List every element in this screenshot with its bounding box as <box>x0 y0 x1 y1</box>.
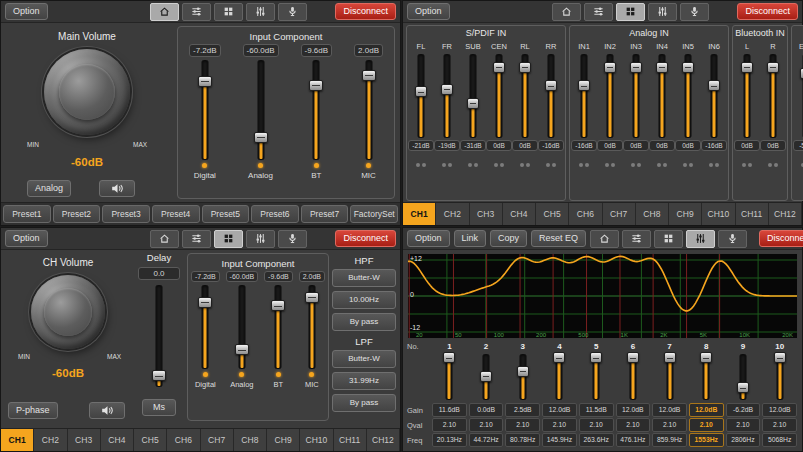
band-8-number[interactable]: 8 <box>688 342 725 351</box>
nav-mixer-button[interactable] <box>182 230 211 248</box>
in4-level-slider[interactable] <box>655 54 669 138</box>
band-3-qval[interactable]: 2.10 <box>505 418 540 432</box>
delay-unit-button[interactable]: Ms <box>142 399 176 416</box>
band-5-number[interactable]: 5 <box>578 342 615 351</box>
mic-gain-slider[interactable] <box>304 285 320 369</box>
tab-ch4[interactable]: CH4 <box>503 203 536 225</box>
band-2-gain[interactable]: 0.0dB <box>469 403 504 417</box>
rr-level-slider[interactable] <box>544 54 558 138</box>
band-9-number[interactable]: 9 <box>725 342 762 351</box>
tab-ch12[interactable]: CH12 <box>769 203 802 225</box>
bt-gain-slider[interactable] <box>270 285 286 369</box>
nav-mic-button[interactable] <box>278 230 307 248</box>
reset-eq-button[interactable]: Reset EQ <box>531 230 586 247</box>
eq-curve-graph[interactable]: +12 0 -12 20501002005001K2K5K10K20K <box>407 253 798 339</box>
analog-gain-slider[interactable] <box>253 60 269 160</box>
delay-slider[interactable] <box>151 285 167 387</box>
link-button[interactable]: Link <box>454 230 487 247</box>
tab-ch6[interactable]: CH6 <box>569 203 602 225</box>
band-5-gain-slider[interactable] <box>589 354 603 400</box>
lpf-type-button[interactable]: Butter-W <box>332 350 396 368</box>
band-7-gain-slider[interactable] <box>663 354 677 400</box>
band-10-qval[interactable]: 2.10 <box>762 418 797 432</box>
band-6-qval[interactable]: 2.10 <box>616 418 651 432</box>
tab-ch4[interactable]: CH4 <box>101 429 134 451</box>
band-3-freq[interactable]: 80.78Hz <box>505 433 540 447</box>
band-2-freq[interactable]: 44.72Hz <box>469 433 504 447</box>
preset-6-button[interactable]: Preset6 <box>251 205 299 223</box>
in6-level-slider[interactable] <box>707 54 721 138</box>
band-5-qval[interactable]: 2.10 <box>579 418 614 432</box>
band-4-qval[interactable]: 2.10 <box>542 418 577 432</box>
band-1-number[interactable]: 1 <box>431 342 468 351</box>
lpf-bypass-button[interactable]: By pass <box>332 394 396 412</box>
band-8-gain-slider[interactable] <box>699 354 713 400</box>
nav-mixer-button[interactable] <box>584 3 613 21</box>
main-volume-knob[interactable] <box>44 49 130 135</box>
nav-home-button[interactable] <box>150 3 179 21</box>
tab-ch10[interactable]: CH10 <box>300 429 333 451</box>
option-button[interactable]: Option <box>5 3 48 20</box>
rl-level-slider[interactable] <box>518 54 532 138</box>
band-5-gain[interactable]: 11.5dB <box>579 403 614 417</box>
nav-channels-button[interactable] <box>214 230 243 248</box>
fr-level-slider[interactable] <box>440 54 454 138</box>
band-10-number[interactable]: 10 <box>761 342 798 351</box>
band-8-qval[interactable]: 2.10 <box>689 418 724 432</box>
tab-ch5[interactable]: CH5 <box>536 203 569 225</box>
band-3-gain-slider[interactable] <box>516 354 530 400</box>
phase-button[interactable]: P-phase <box>8 402 58 419</box>
band-9-freq[interactable]: 2806Hz <box>726 433 761 447</box>
mute-button[interactable] <box>89 402 125 419</box>
tab-ch12[interactable]: CH12 <box>367 429 400 451</box>
tab-ch9[interactable]: CH9 <box>669 203 702 225</box>
tab-ch9[interactable]: CH9 <box>267 429 300 451</box>
band-10-gain[interactable]: 12.0dB <box>762 403 797 417</box>
nav-mixer-button[interactable] <box>622 230 651 248</box>
nav-channels-button[interactable] <box>654 230 683 248</box>
tab-ch11[interactable]: CH11 <box>736 203 769 225</box>
tab-ch3[interactable]: CH3 <box>470 203 503 225</box>
band-6-number[interactable]: 6 <box>615 342 652 351</box>
in5-level-slider[interactable] <box>681 54 695 138</box>
disconnect-button[interactable]: Disconnect <box>335 3 396 20</box>
nav-faders-button[interactable] <box>246 230 275 248</box>
band-1-gain-slider[interactable] <box>442 354 456 400</box>
factory-set-button[interactable]: FactorySet <box>350 205 398 223</box>
preset-4-button[interactable]: Preset4 <box>152 205 200 223</box>
band-7-freq[interactable]: 859.9Hz <box>652 433 687 447</box>
band-5-freq[interactable]: 263.6Hz <box>579 433 614 447</box>
band-3-gain[interactable]: 2.5dB <box>505 403 540 417</box>
fl-level-slider[interactable] <box>414 54 428 138</box>
copy-button[interactable]: Copy <box>490 230 527 247</box>
band-7-qval[interactable]: 2.10 <box>652 418 687 432</box>
nav-faders-button[interactable] <box>686 230 715 248</box>
nav-mic-button[interactable] <box>278 3 307 21</box>
band-4-gain[interactable]: 12.0dB <box>542 403 577 417</box>
band-2-qval[interactable]: 2.10 <box>469 418 504 432</box>
band-10-gain-slider[interactable] <box>773 354 787 400</box>
nav-faders-button[interactable] <box>246 3 275 21</box>
tab-ch1[interactable]: CH1 <box>1 429 34 451</box>
preset-5-button[interactable]: Preset5 <box>202 205 250 223</box>
mute-button[interactable] <box>99 180 135 197</box>
digital-gain-slider[interactable] <box>197 60 213 160</box>
band-4-freq[interactable]: 145.9Hz <box>542 433 577 447</box>
band-4-gain-slider[interactable] <box>552 354 566 400</box>
tab-ch2[interactable]: CH2 <box>34 429 67 451</box>
nav-mic-button[interactable] <box>718 230 747 248</box>
option-button[interactable]: Option <box>5 230 48 247</box>
tab-ch6[interactable]: CH6 <box>167 429 200 451</box>
hpf-bypass-button[interactable]: By pass <box>332 313 396 331</box>
band-6-gain[interactable]: 12.0dB <box>616 403 651 417</box>
analog-gain-slider[interactable] <box>234 285 250 369</box>
nav-mixer-button[interactable] <box>182 3 211 21</box>
cen-level-slider[interactable] <box>492 54 506 138</box>
hpf-type-button[interactable]: Butter-W <box>332 269 396 287</box>
in3-level-slider[interactable] <box>629 54 643 138</box>
preset-7-button[interactable]: Preset7 <box>301 205 349 223</box>
ch-volume-knob[interactable] <box>31 275 105 349</box>
band-10-freq[interactable]: 5068Hz <box>762 433 797 447</box>
tab-ch5[interactable]: CH5 <box>134 429 167 451</box>
band-7-gain[interactable]: 12.0dB <box>652 403 687 417</box>
